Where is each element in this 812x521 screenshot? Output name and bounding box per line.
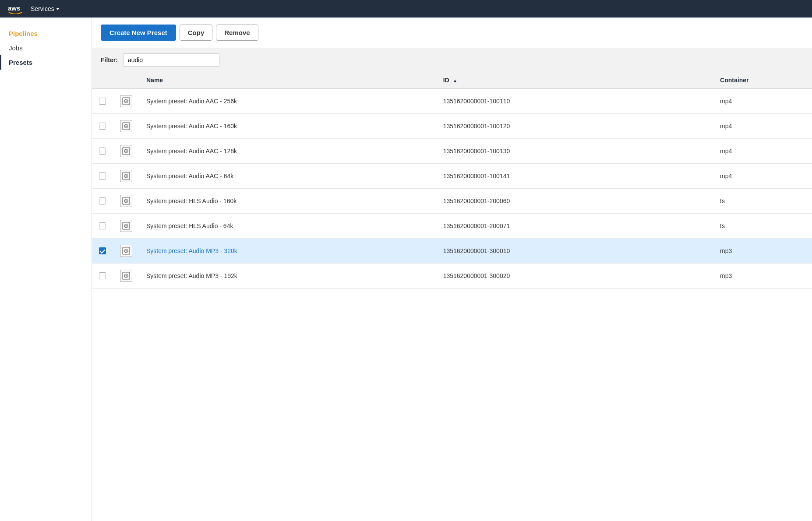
row-container: mp3 xyxy=(713,264,812,289)
chevron-down-icon xyxy=(56,8,60,10)
row-preset-id: 1351620000001-100130 xyxy=(436,139,713,164)
row-preset-id: 1351620000001-300010 xyxy=(436,239,713,264)
row-name[interactable]: System preset: Audio MP3 - 192k xyxy=(139,264,436,289)
svg-point-24 xyxy=(126,275,127,277)
row-checkbox[interactable] xyxy=(99,172,106,180)
row-name[interactable]: System preset: Audio AAC - 160k xyxy=(139,114,436,139)
create-new-preset-button[interactable]: Create New Preset xyxy=(101,25,176,41)
row-checkbox-cell xyxy=(92,139,113,164)
row-icon-cell xyxy=(113,139,139,164)
svg-point-12 xyxy=(126,176,127,177)
row-container: ts xyxy=(713,214,812,239)
col-header-container: Container xyxy=(713,72,812,88)
svg-point-3 xyxy=(126,101,127,102)
row-preset-id: 1351620000001-200071 xyxy=(436,214,713,239)
row-icon-cell xyxy=(113,239,139,264)
row-preset-id: 1351620000001-100110 xyxy=(436,88,713,114)
row-name[interactable]: System preset: Audio AAC - 128k xyxy=(139,139,436,164)
preset-icon xyxy=(120,195,132,207)
row-icon-cell xyxy=(113,189,139,214)
preset-icon xyxy=(120,170,132,182)
table-row: System preset: HLS Audio - 160k135162000… xyxy=(92,189,812,214)
table-row: System preset: Audio AAC - 256k135162000… xyxy=(92,88,812,114)
preset-icon xyxy=(120,220,132,232)
services-label: Services xyxy=(31,5,54,12)
row-checkbox-cell xyxy=(92,239,113,264)
table-row: System preset: Audio MP3 - 192k135162000… xyxy=(92,264,812,289)
svg-point-15 xyxy=(126,201,127,202)
row-name[interactable]: System preset: Audio AAC - 256k xyxy=(139,88,436,114)
preset-icon xyxy=(120,245,132,257)
table-row: System preset: Audio AAC - 160k135162000… xyxy=(92,114,812,139)
svg-point-9 xyxy=(126,151,127,152)
row-preset-id: 1351620000001-100120 xyxy=(436,114,713,139)
row-checkbox[interactable] xyxy=(99,247,106,254)
sidebar: Pipelines Jobs Presets xyxy=(0,18,92,521)
aws-logo-svg: aws xyxy=(7,4,24,14)
row-checkbox-cell xyxy=(92,88,113,114)
row-preset-id: 1351620000001-100141 xyxy=(436,164,713,189)
row-icon-cell xyxy=(113,114,139,139)
filter-bar: Filter: xyxy=(92,48,812,72)
sidebar-item-jobs[interactable]: Jobs xyxy=(0,41,92,55)
table-row: System preset: Audio MP3 - 320k135162000… xyxy=(92,239,812,264)
row-name[interactable]: System preset: Audio AAC - 64k xyxy=(139,164,436,189)
row-preset-id: 1351620000001-200060 xyxy=(436,189,713,214)
row-checkbox[interactable] xyxy=(99,148,106,155)
svg-point-18 xyxy=(126,225,127,227)
row-checkbox-cell xyxy=(92,114,113,139)
preset-icon xyxy=(120,270,132,282)
aws-logo: aws xyxy=(7,4,24,14)
filter-label: Filter: xyxy=(101,56,118,63)
row-name[interactable]: System preset: HLS Audio - 64k xyxy=(139,214,436,239)
row-container: mp4 xyxy=(713,88,812,114)
row-checkbox[interactable] xyxy=(99,98,106,105)
toolbar: Create New Preset Copy Remove xyxy=(92,18,812,48)
app-layout: Pipelines Jobs Presets Create New Preset… xyxy=(0,18,812,521)
row-name[interactable]: System preset: HLS Audio - 160k xyxy=(139,189,436,214)
row-icon-cell xyxy=(113,88,139,114)
row-checkbox[interactable] xyxy=(99,197,106,204)
top-nav: aws Services xyxy=(0,0,812,18)
row-checkbox-cell xyxy=(92,214,113,239)
table-row: System preset: Audio AAC - 64k1351620000… xyxy=(92,164,812,189)
row-icon-cell xyxy=(113,264,139,289)
row-container: ts xyxy=(713,189,812,214)
row-icon-cell xyxy=(113,164,139,189)
row-container: mp4 xyxy=(713,114,812,139)
sidebar-item-label-pipelines: Pipelines xyxy=(9,30,38,37)
main-content: Create New Preset Copy Remove Filter: Na… xyxy=(92,18,812,521)
remove-button[interactable]: Remove xyxy=(216,25,258,41)
table-body: System preset: Audio AAC - 256k135162000… xyxy=(92,88,812,289)
svg-point-21 xyxy=(126,250,127,252)
col-header-id[interactable]: ID ▲ xyxy=(436,72,713,88)
services-menu[interactable]: Services xyxy=(31,5,60,12)
row-checkbox[interactable] xyxy=(99,123,106,130)
filter-input[interactable] xyxy=(123,53,219,67)
table-row: System preset: Audio AAC - 128k135162000… xyxy=(92,139,812,164)
row-container: mp4 xyxy=(713,164,812,189)
col-header-checkbox xyxy=(92,72,113,88)
table-row: System preset: HLS Audio - 64k1351620000… xyxy=(92,214,812,239)
row-checkbox-cell xyxy=(92,264,113,289)
sidebar-item-label-jobs: Jobs xyxy=(9,44,23,52)
col-header-icon xyxy=(113,72,139,88)
presets-table: Name ID ▲ Container System preset: Audio… xyxy=(92,72,812,289)
preset-icon xyxy=(120,145,132,157)
table-header: Name ID ▲ Container xyxy=(92,72,812,88)
row-container: mp4 xyxy=(713,139,812,164)
copy-button[interactable]: Copy xyxy=(180,25,213,41)
row-icon-cell xyxy=(113,214,139,239)
row-checkbox-cell xyxy=(92,189,113,214)
sidebar-item-label-presets: Presets xyxy=(9,59,32,66)
table-header-row: Name ID ▲ Container xyxy=(92,72,812,88)
row-preset-id: 1351620000001-300020 xyxy=(436,264,713,289)
row-name[interactable]: System preset: Audio MP3 - 320k xyxy=(139,239,436,264)
sidebar-item-presets[interactable]: Presets xyxy=(0,55,92,70)
row-checkbox[interactable] xyxy=(99,222,106,229)
row-checkbox[interactable] xyxy=(99,272,106,279)
sidebar-item-pipelines[interactable]: Pipelines xyxy=(0,26,92,41)
col-header-name: Name xyxy=(139,72,436,88)
row-container: mp3 xyxy=(713,239,812,264)
preset-icon xyxy=(120,95,132,107)
